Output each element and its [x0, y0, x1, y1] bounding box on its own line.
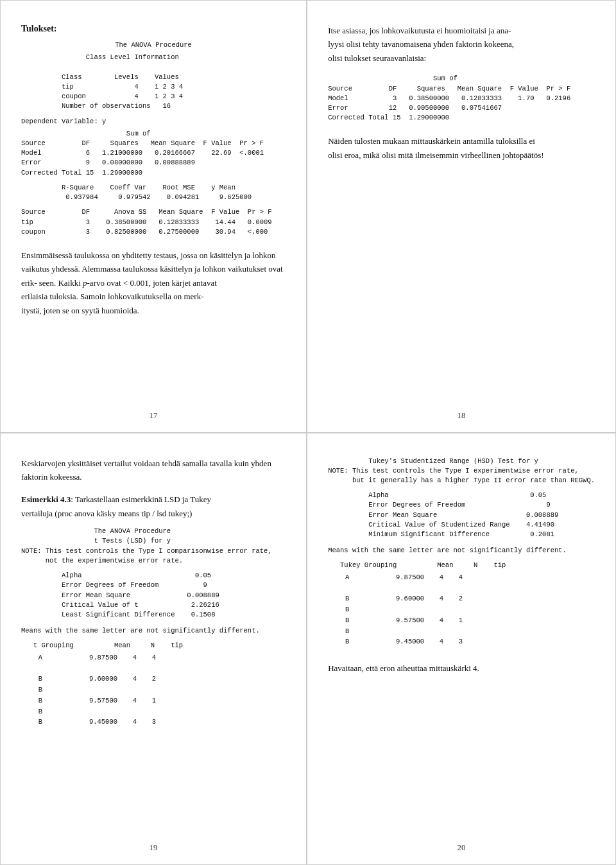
page19-same-letter: Means with the same letter are not signi…	[21, 626, 286, 636]
row-6: B	[21, 706, 286, 717]
page19-grouping-rows: A9.8750044 B9.6000042 B B9.5750041 B B9.…	[21, 652, 286, 728]
page19-prose1: Keskiarvojen yksittäiset vertailut voida…	[21, 457, 286, 484]
page-19: Keskiarvojen yksittäiset vertailut voida…	[0, 433, 307, 866]
page20-grouping-header: Tukey Grouping Mean N tip	[328, 561, 595, 570]
page19-number: 19	[150, 843, 158, 853]
row-5: B9.5750041	[21, 695, 286, 706]
row-6: B	[328, 626, 595, 637]
page20-tukey-table: Alpha 0.05 Error Degrees of Freedom 9 Er…	[328, 491, 595, 539]
row-3: B9.6000042	[328, 593, 595, 604]
page17-prose: Ensimmäisessä taulukossa on yhditetty te…	[21, 249, 286, 317]
row-3: B9.6000042	[21, 674, 286, 685]
page20-same-letter: Means with the same letter are not signi…	[328, 546, 595, 555]
row-5: B9.5750041	[328, 615, 595, 626]
page19-prose2: Esimerkki 4.3: Tarkastellaan esimerkkinä…	[21, 493, 286, 520]
page17-anova-title: The ANOVA Procedure	[21, 40, 286, 50]
row-7: B9.4500043	[21, 717, 286, 728]
page18-number: 18	[458, 410, 466, 421]
page20-grouping-rows: A9.8750044 B9.6000042 B B9.5750041 B B9.…	[328, 572, 595, 648]
row-1: A9.8750044	[21, 652, 286, 663]
page19-grouping-header: t Grouping Mean N tip	[21, 641, 286, 651]
page20-tukey-header: Tukey's Studentized Range (HSD) Test for…	[328, 457, 595, 486]
row-2	[328, 582, 595, 593]
row-4: B	[21, 685, 286, 695]
page17-number: 17	[150, 410, 158, 421]
row-2	[21, 663, 286, 674]
page17-table2: R-Square Coeff Var Root MSE y Mean 0.937…	[21, 183, 286, 202]
page19-anova-header: The ANOVA Procedure t Tests (LSD) for y …	[21, 527, 286, 566]
page18-prose-intro: Itse asiassa, jos lohkovaikutusta ei huo…	[328, 24, 595, 65]
page18-table1: Sum of Source DF Squares Mean Square F V…	[328, 74, 595, 123]
row-1: A9.8750044	[328, 572, 595, 583]
page-20: Tukey's Studentized Range (HSD) Test for…	[307, 433, 616, 866]
page18-prose2: Näiden tulosten mukaan mittauskärkein an…	[328, 134, 595, 162]
page-17: Tulokset: The ANOVA Procedure Class Leve…	[0, 0, 307, 433]
page17-table1: Sum of Source DF Squares Mean Square F V…	[21, 129, 286, 178]
page17-title: Tulokset:	[21, 24, 286, 34]
page20-number: 20	[458, 843, 466, 853]
page-18: Itse asiassa, jos lohkovaikutusta ei huo…	[307, 0, 616, 433]
row-7: B9.4500043	[328, 636, 595, 647]
page17-dep-var: Dependent Variable: y	[21, 117, 286, 127]
page17-class-level: Class Level Information Class Levels Val…	[21, 53, 286, 111]
page17-table3: Source DF Anova SS Mean Square F Value P…	[21, 207, 286, 237]
page19-lsd-table: Alpha 0.05 Error Degrees of Freedom 9 Er…	[21, 571, 286, 620]
row-4: B	[328, 604, 595, 615]
page20-prose-end: Havaitaan, että eron aiheuttaa mittauskä…	[328, 661, 595, 675]
